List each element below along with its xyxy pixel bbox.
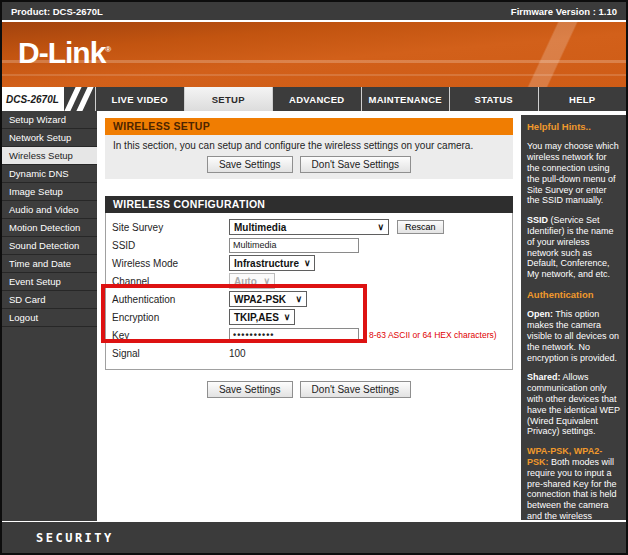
encryption-row: Encryption TKIP,AES ∨ <box>106 310 512 324</box>
key-input[interactable] <box>229 328 359 343</box>
footer-bar: SECURITY <box>2 522 626 553</box>
chevron-down-icon: ∨ <box>284 312 291 322</box>
tab-maintenance[interactable]: MAINTENANCE <box>361 87 450 111</box>
wireless-setup-header: WIRELESS SETUP <box>105 118 513 135</box>
site-survey-value: Multimedia <box>234 222 286 233</box>
tab-live-video[interactable]: LIVE VIDEO <box>95 87 184 111</box>
hint-open: Open: This option makes the camera visib… <box>527 309 620 363</box>
wireless-mode-select[interactable]: Infrastructure ∨ <box>229 255 315 271</box>
spacer <box>105 179 513 196</box>
tab-advanced[interactable]: ADVANCED <box>272 87 361 111</box>
model-badge: DCS-2670L <box>2 87 64 111</box>
product-label: Product: DCS-2670L <box>11 6 103 17</box>
tab-setup[interactable]: SETUP <box>184 87 273 111</box>
dont-save-settings-button-bottom[interactable]: Don't Save Settings <box>300 381 412 398</box>
wireless-mode-row: Wireless Mode Infrastructure ∨ <box>106 256 512 270</box>
signal-label: Signal <box>112 348 229 359</box>
ssid-label: SSID <box>112 240 229 251</box>
key-row: Key 8-63 ASCII or 64 HEX characters) <box>106 328 512 342</box>
firmware-label: Firmware Version : 1.10 <box>511 6 617 17</box>
registered-mark: ® <box>105 45 110 54</box>
sidebar-item-network-setup[interactable]: Network Setup <box>2 129 97 147</box>
sidebar-item-event-setup[interactable]: Event Setup <box>2 273 97 291</box>
hint-open-term: Open: <box>527 309 553 319</box>
signal-row: Signal 100 <box>106 346 512 360</box>
ssid-input[interactable] <box>229 238 359 253</box>
hint-wpa-text: Both modes will require you to input a p… <box>527 457 617 532</box>
main-nav: DCS-2670L LIVE VIDEO SETUP ADVANCED MAIN… <box>2 87 626 111</box>
chevron-down-icon: ∨ <box>263 276 270 286</box>
sidebar-item-setup-wizard[interactable]: Setup Wizard <box>2 111 97 129</box>
authentication-select[interactable]: WPA2-PSK ∨ <box>229 291 307 307</box>
signal-value: 100 <box>229 348 246 359</box>
logo-text: D-Link <box>18 36 105 69</box>
wireless-mode-label: Wireless Mode <box>112 258 229 269</box>
description-text: In this section, you can setup and confi… <box>113 140 505 151</box>
sidebar-item-sound-detection[interactable]: Sound Detection <box>2 237 97 255</box>
chevron-down-icon: ∨ <box>304 258 311 268</box>
description-box: In this section, you can setup and confi… <box>105 135 513 179</box>
dont-save-settings-button-top[interactable]: Don't Save Settings <box>300 156 412 173</box>
product-bar: Product: DCS-2670L Firmware Version : 1.… <box>2 2 626 20</box>
sidebar-item-sd-card[interactable]: SD Card <box>2 291 97 309</box>
helpful-hints-title: Helpful Hints.. <box>527 121 620 132</box>
rescan-button[interactable]: Rescan <box>397 220 444 234</box>
banner-swoosh <box>466 22 626 87</box>
sidebar-item-time-and-date[interactable]: Time and Date <box>2 255 97 273</box>
sidebar-item-audio-and-video[interactable]: Audio and Video <box>2 201 97 219</box>
authentication-label: Authentication <box>112 294 229 305</box>
key-hint-text: 8-63 ASCII or 64 HEX characters) <box>369 330 497 340</box>
encryption-select[interactable]: TKIP,AES ∨ <box>229 309 295 325</box>
chevron-down-icon: ∨ <box>295 294 302 304</box>
channel-row: Channel Auto ∨ <box>106 274 512 288</box>
hint-wpa: WPA-PSK, WPA2-PSK: Both modes will requi… <box>527 446 620 532</box>
model-zone: DCS-2670L <box>2 87 95 111</box>
site-survey-row: Site Survey Multimedia ∨ Rescan <box>106 220 512 234</box>
sidebar-item-image-setup[interactable]: Image Setup <box>2 183 97 201</box>
main-content: WIRELESS SETUP In this section, you can … <box>105 118 513 398</box>
save-settings-button-bottom[interactable]: Save Settings <box>207 381 293 398</box>
sidebar-item-wireless-setup[interactable]: Wireless Setup <box>2 147 97 165</box>
ssid-row: SSID <box>106 238 512 252</box>
site-survey-label: Site Survey <box>112 222 229 233</box>
save-settings-button-top[interactable]: Save Settings <box>207 156 293 173</box>
hint-authentication-heading: Authentication <box>527 289 620 300</box>
sidebar-item-logout[interactable]: Logout <box>2 309 97 327</box>
channel-select: Auto ∨ <box>229 273 275 289</box>
helpful-hints-sidebar: Helpful Hints.. You may choose which wir… <box>521 115 626 520</box>
channel-value: Auto <box>234 276 257 287</box>
channel-label: Channel <box>112 276 229 287</box>
hint-ssid: SSID (Service Set Identifier) is the nam… <box>527 215 620 280</box>
authentication-value: WPA2-PSK <box>234 294 286 305</box>
sidebar-item-motion-detection[interactable]: Motion Detection <box>2 219 97 237</box>
left-sidebar: Setup Wizard Network Setup Wireless Setu… <box>2 111 97 521</box>
wireless-configuration-form: Site Survey Multimedia ∨ Rescan SSID Wir… <box>105 213 513 370</box>
hint-shared: Shared: Allows communication only with o… <box>527 372 620 437</box>
key-label: Key <box>112 330 229 341</box>
tab-help[interactable]: HELP <box>538 87 627 111</box>
wireless-mode-value: Infrastructure <box>234 258 299 269</box>
encryption-value: TKIP,AES <box>234 312 279 323</box>
dlink-logo: D-Link® <box>18 36 110 70</box>
security-brand-label: SECURITY <box>2 531 114 545</box>
hint-shared-term: Shared: <box>527 372 561 382</box>
authentication-row: Authentication WPA2-PSK ∨ <box>106 292 512 306</box>
hint-ssid-term: SSID <box>527 215 548 225</box>
sidebar-item-dynamic-dns[interactable]: Dynamic DNS <box>2 165 97 183</box>
chevron-down-icon: ∨ <box>377 222 384 232</box>
brand-banner: D-Link® <box>2 22 626 87</box>
encryption-label: Encryption <box>112 312 229 323</box>
hint-site-survey: You may choose which wireless network fo… <box>527 141 620 206</box>
browser-viewport: Product: DCS-2670L Firmware Version : 1.… <box>0 0 628 555</box>
tab-status[interactable]: STATUS <box>449 87 538 111</box>
site-survey-select[interactable]: Multimedia ∨ <box>229 219 389 235</box>
wireless-configuration-header: WIRELESS CONFIGURATION <box>105 196 513 213</box>
